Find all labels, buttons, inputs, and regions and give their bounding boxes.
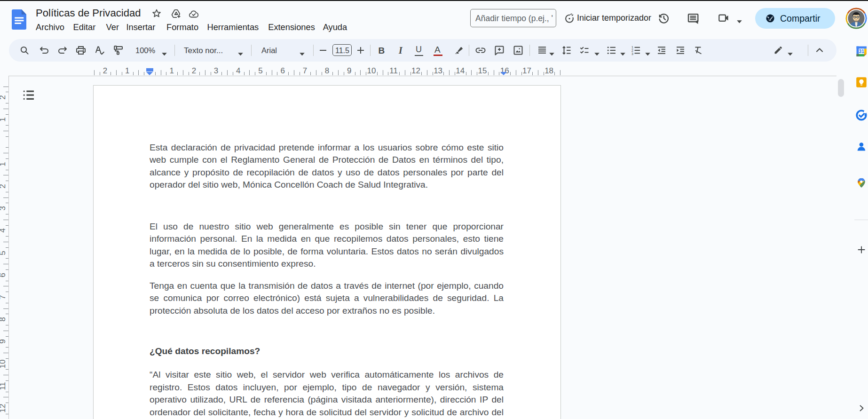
svg-text:3: 3 <box>631 52 633 55</box>
svg-text:1: 1 <box>631 46 633 49</box>
svg-text:2: 2 <box>631 49 633 52</box>
svg-text:31: 31 <box>859 49 864 54</box>
